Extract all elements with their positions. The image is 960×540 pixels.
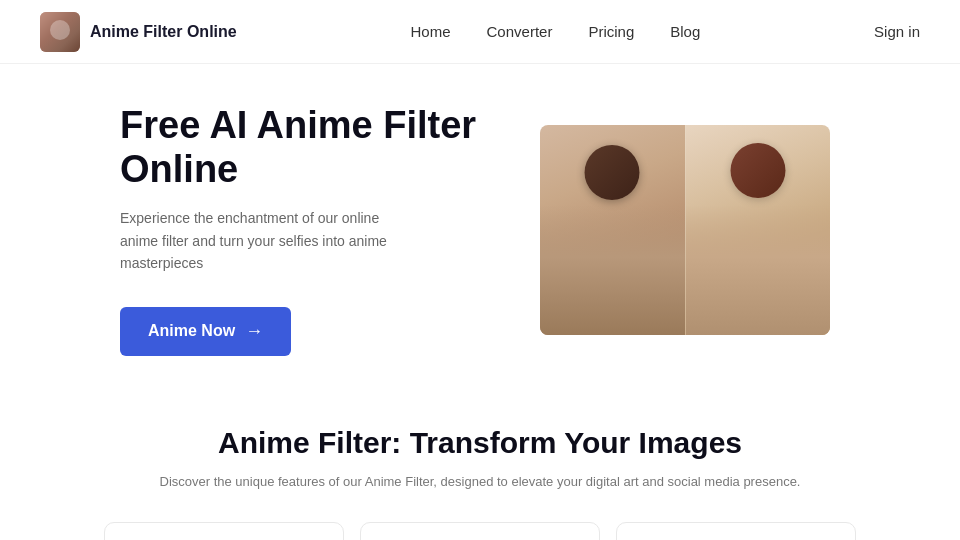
- hero-title: Free AI Anime Filter Online: [120, 104, 500, 191]
- features-subtitle: Discover the unique features of our Anim…: [40, 472, 920, 493]
- nav-link-blog[interactable]: Blog: [670, 23, 700, 40]
- brand-logo-image: [40, 12, 80, 52]
- features-cards: ⚙ Customization 🖥 Ease of Use 🖼 Quality: [40, 522, 920, 540]
- anime-now-label: Anime Now: [148, 322, 235, 340]
- hero-image-after: [685, 125, 831, 335]
- arrow-icon: →: [245, 321, 263, 342]
- nav-link-home[interactable]: Home: [411, 23, 451, 40]
- hero-image: [540, 125, 830, 335]
- brand-logo: [40, 12, 80, 52]
- features-title: Anime Filter: Transform Your Images: [40, 426, 920, 460]
- nav-link-converter[interactable]: Converter: [487, 23, 553, 40]
- feature-card-quality: 🖼 Quality: [616, 522, 856, 540]
- hero-subtitle: Experience the enchantment of our online…: [120, 207, 420, 274]
- brand: Anime Filter Online: [40, 12, 237, 52]
- brand-name: Anime Filter Online: [90, 23, 237, 41]
- nav-link-pricing[interactable]: Pricing: [588, 23, 634, 40]
- hero-text: Free AI Anime Filter Online Experience t…: [120, 104, 500, 356]
- feature-card-ease-of-use: 🖥 Ease of Use: [360, 522, 600, 540]
- signin-button[interactable]: Sign in: [874, 23, 920, 40]
- nav-links: Home Converter Pricing Blog: [411, 23, 701, 40]
- navbar: Anime Filter Online Home Converter Prici…: [0, 0, 960, 64]
- anime-now-button[interactable]: Anime Now →: [120, 307, 291, 356]
- hero-image-before: [540, 125, 685, 335]
- feature-card-customization: ⚙ Customization: [104, 522, 344, 540]
- hero-section: Free AI Anime Filter Online Experience t…: [0, 64, 960, 386]
- features-section: Anime Filter: Transform Your Images Disc…: [0, 386, 960, 540]
